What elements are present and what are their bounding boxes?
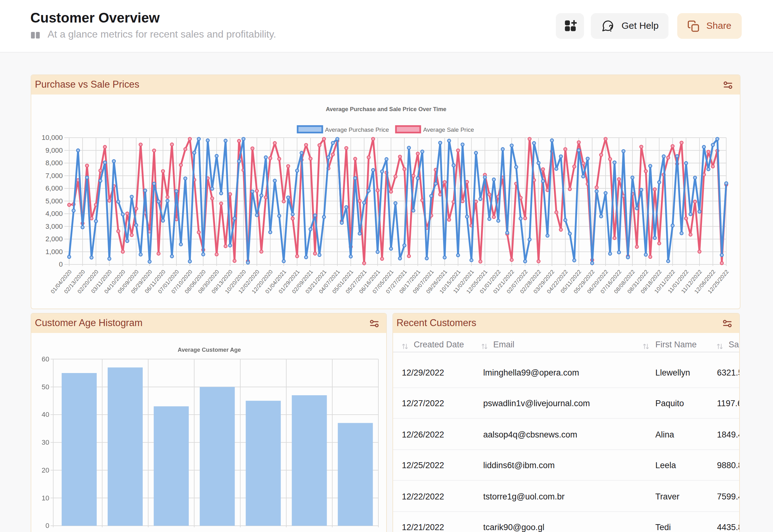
svg-text:9,000: 9,000: [46, 146, 63, 154]
svg-text:Average Customer Age: Average Customer Age: [178, 346, 241, 353]
svg-text:30: 30: [42, 438, 49, 446]
svg-text:50: 50: [42, 383, 49, 391]
svg-text:4,000: 4,000: [46, 209, 63, 217]
svg-text:Average Sale Price: Average Sale Price: [423, 126, 474, 133]
svg-text:5,000: 5,000: [46, 197, 63, 205]
svg-text:40: 40: [42, 410, 49, 418]
svg-text:8,000: 8,000: [46, 159, 63, 166]
svg-text:2,000: 2,000: [46, 235, 63, 243]
svg-text:0: 0: [46, 521, 49, 529]
svg-text:6,000: 6,000: [46, 184, 63, 192]
svg-text:3,000: 3,000: [46, 222, 63, 230]
svg-text:Average Purchase and Sale Pric: Average Purchase and Sale Price Over Tim…: [326, 105, 446, 112]
svg-text:10: 10: [42, 494, 49, 502]
svg-text:20: 20: [42, 466, 49, 474]
svg-text:0: 0: [59, 260, 63, 268]
svg-text:7,000: 7,000: [46, 171, 63, 179]
svg-text:1,000: 1,000: [46, 248, 63, 255]
svg-text:10,000: 10,000: [42, 133, 63, 141]
svg-text:Average Purchase Price: Average Purchase Price: [325, 126, 389, 133]
svg-text:60: 60: [42, 355, 49, 363]
